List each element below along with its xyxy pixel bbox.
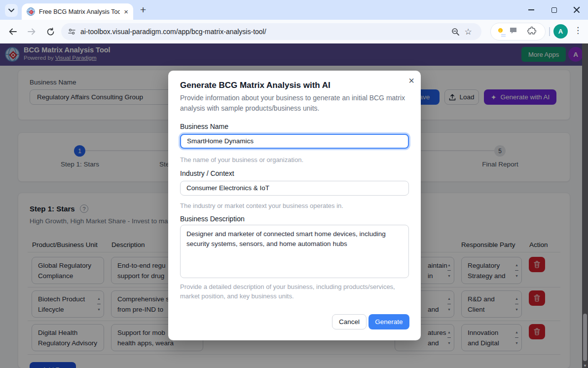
- cancel-button[interactable]: Cancel: [332, 314, 367, 329]
- zoom-out-icon: [451, 28, 460, 36]
- extensions-pill: ↓: [490, 23, 546, 41]
- scroll-down-icon[interactable]: ▼: [583, 364, 587, 368]
- puzzle-icon: [527, 26, 536, 35]
- toolbar-divider: [549, 27, 550, 36]
- generate-ai-modal: Generate BCG Matrix Analysis with AI × P…: [168, 71, 421, 340]
- browser-tab[interactable]: Free BCG Matrix Analysis Tool | ×: [22, 3, 133, 20]
- modal-business-name-helper: The name of your business or organizatio…: [180, 155, 409, 164]
- url-bar[interactable]: ai-toolbox.visual-paradigm.com/app/bcg-m…: [61, 23, 481, 40]
- modal-title: Generate BCG Matrix Analysis with AI: [180, 81, 331, 90]
- modal-industry-input[interactable]: Consumer Electronics & IoT: [180, 181, 409, 196]
- chat-extension-button[interactable]: [509, 27, 517, 37]
- offline-badge-icon: ↓: [498, 28, 503, 33]
- close-icon: [573, 6, 580, 13]
- modal-description-helper: Provide a detailed description of your b…: [180, 282, 409, 301]
- reload-button[interactable]: [44, 26, 56, 38]
- page-scrollbar[interactable]: ▼: [582, 43, 588, 368]
- modal-industry-label: Industry / Context: [180, 169, 234, 177]
- browser-titlebar: Free BCG Matrix Analysis Tool | × +: [0, 0, 588, 20]
- forward-button[interactable]: [26, 26, 37, 38]
- site-settings-icon: [68, 28, 75, 35]
- back-arrow-icon: [8, 28, 17, 36]
- browser-menu-button[interactable]: ⋮: [574, 25, 582, 36]
- chevron-down-icon: [8, 8, 14, 12]
- minimize-icon: [528, 9, 534, 10]
- modal-close-button[interactable]: ×: [408, 75, 414, 86]
- modal-description-textarea[interactable]: Designer and marketer of connected smart…: [180, 225, 409, 278]
- extensions-button[interactable]: [527, 26, 536, 37]
- modal-business-name-label: Business Name: [180, 123, 228, 130]
- window-close-button[interactable]: [565, 0, 588, 20]
- tab-search-button[interactable]: [5, 4, 18, 17]
- star-icon: ☆: [464, 27, 472, 37]
- modal-description: Provide information about your business …: [180, 93, 406, 114]
- bookmark-star-button[interactable]: ☆: [462, 25, 475, 38]
- url-text[interactable]: ai-toolbox.visual-paradigm.com/app/bcg-m…: [80, 28, 449, 36]
- browser-profile-avatar[interactable]: A: [553, 24, 568, 39]
- modal-description-label: Business Description: [180, 215, 245, 223]
- screen: Free BCG Matrix Analysis Tool | × + ai-t…: [0, 0, 588, 368]
- generate-button[interactable]: Generate: [368, 314, 409, 329]
- reload-icon: [46, 28, 55, 36]
- window-maximize-button[interactable]: [543, 0, 565, 20]
- tab-title: Free BCG Matrix Analysis Tool |: [39, 8, 120, 15]
- window-minimize-button[interactable]: [520, 0, 543, 20]
- new-tab-button[interactable]: +: [140, 4, 146, 16]
- modal-business-name-input[interactable]: SmartHome Dynamics: [180, 134, 409, 149]
- zoom-out-button[interactable]: [449, 25, 462, 38]
- forward-arrow-icon: [27, 28, 36, 36]
- visual-paradigm-favicon: [27, 7, 35, 16]
- maximize-icon: [551, 7, 557, 13]
- modal-industry-helper: The industry or market context your busi…: [180, 201, 409, 210]
- tab-close-icon[interactable]: ×: [124, 8, 128, 15]
- back-button[interactable]: [7, 26, 19, 38]
- scrollbar-thumb[interactable]: [583, 314, 587, 361]
- chat-icon: [509, 27, 517, 35]
